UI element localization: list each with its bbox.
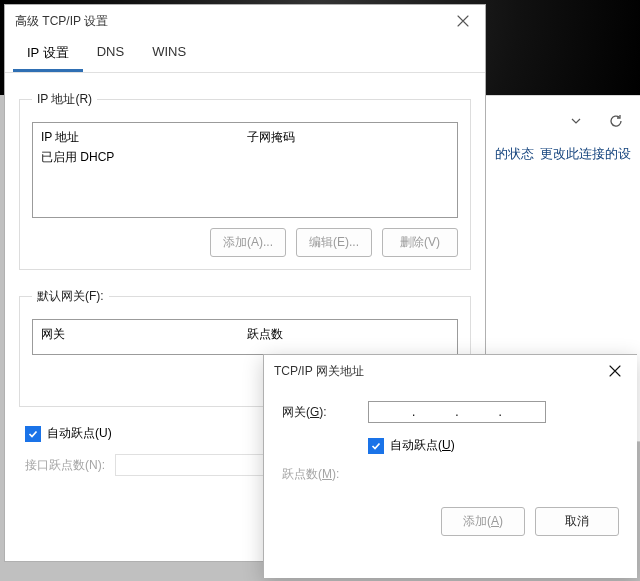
tab-ip-settings[interactable]: IP 设置 xyxy=(13,37,83,72)
tab-dns[interactable]: DNS xyxy=(83,37,138,72)
ip-addresses-legend: IP 地址(R) xyxy=(32,91,97,108)
ip-addresses-group: IP 地址(R) IP 地址 子网掩码 已启用 DHCP 添加(A)... 编辑… xyxy=(19,91,471,270)
auto-metric-checkbox[interactable] xyxy=(25,426,41,442)
auto-metric-label: 自动跃点(U) xyxy=(47,425,112,442)
gateways-list[interactable]: 网关 跃点数 xyxy=(32,319,458,355)
chevron-down-icon[interactable] xyxy=(562,107,590,135)
auto-metric-label: 自动跃点(U) xyxy=(390,437,455,454)
dialog-title: TCP/IP 网关地址 xyxy=(274,363,364,380)
tab-wins[interactable]: WINS xyxy=(138,37,200,72)
interface-metric-label: 接口跃点数(N): xyxy=(25,457,105,474)
interface-metric-input xyxy=(115,454,275,476)
col-metric: 跃点数 xyxy=(247,326,449,346)
link-change-settings[interactable]: 更改此连接的设 xyxy=(540,145,631,163)
ip-add-button: 添加(A)... xyxy=(210,228,286,257)
gateway-ip-input[interactable]: . . . xyxy=(368,401,546,423)
default-gateways-legend: 默认网关(F): xyxy=(32,288,109,305)
gateway-field-label: 网关(G): xyxy=(282,404,368,421)
background-links: 的状态 更改此连接的设 xyxy=(485,145,640,163)
col-ip-address: IP 地址 xyxy=(41,129,243,149)
background-toolbar xyxy=(485,105,640,137)
metric-field-label: 跃点数(M): xyxy=(282,466,368,483)
close-button[interactable] xyxy=(593,355,637,387)
col-subnet-mask: 子网掩码 xyxy=(247,129,449,149)
link-status[interactable]: 的状态 xyxy=(495,145,534,163)
titlebar: TCP/IP 网关地址 xyxy=(264,355,637,387)
gateway-address-dialog: TCP/IP 网关地址 网关(G): . . . xyxy=(263,354,637,578)
row-mask-value xyxy=(247,149,449,169)
ip-edit-button: 编辑(E)... xyxy=(296,228,372,257)
dialog-title: 高级 TCP/IP 设置 xyxy=(15,13,108,30)
gateway-add-button: 添加(A) xyxy=(441,507,525,536)
titlebar: 高级 TCP/IP 设置 xyxy=(5,5,485,37)
row-ip-value: 已启用 DHCP xyxy=(41,149,243,169)
ip-addresses-list[interactable]: IP 地址 子网掩码 已启用 DHCP xyxy=(32,122,458,218)
auto-metric-checkbox[interactable] xyxy=(368,438,384,454)
ip-delete-button: 删除(V) xyxy=(382,228,458,257)
close-button[interactable] xyxy=(441,5,485,37)
col-gateway: 网关 xyxy=(41,326,243,346)
refresh-icon[interactable] xyxy=(602,107,630,135)
gateway-cancel-button[interactable]: 取消 xyxy=(535,507,619,536)
tabstrip: IP 设置 DNS WINS xyxy=(5,37,485,73)
